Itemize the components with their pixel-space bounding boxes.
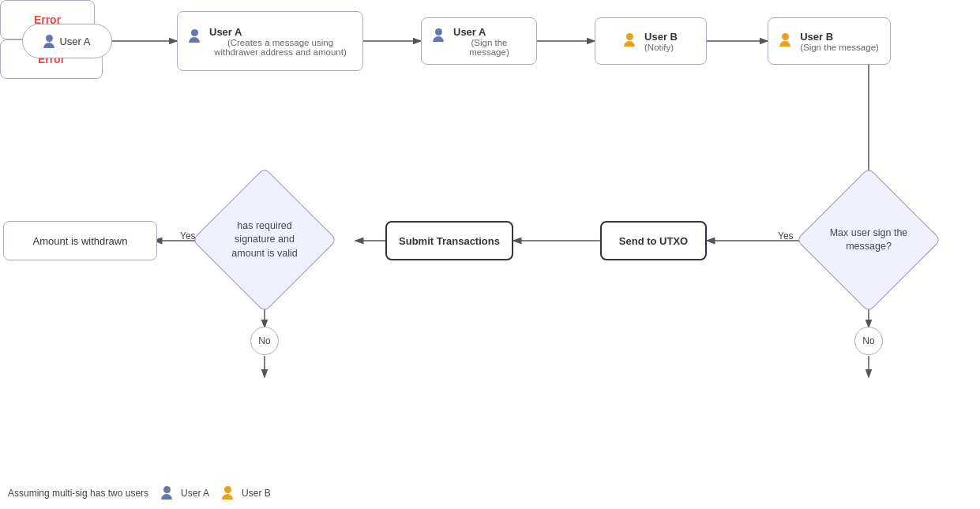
user-b-notify-node: User B (Notify): [595, 17, 707, 65]
user-b-notify-subtitle: (Notify): [644, 43, 674, 52]
footer-user-b-icon: [222, 486, 233, 500]
footer-user-a-label: User A: [181, 488, 209, 499]
user-a-sign-icon: [433, 28, 444, 42]
user-a-creates-node: User A (Creates a message using withdraw…: [177, 11, 363, 71]
send-utxo-label: Send to UTXO: [619, 235, 688, 247]
amount-withdrawn-label: Amount is withdrawn: [33, 235, 128, 247]
user-b-notify-icon: [624, 33, 635, 47]
footer-note: Assuming multi-sig has two users: [8, 488, 148, 499]
user-b-sign-icon: [779, 33, 790, 47]
user-b-sign-subtitle: (Sign the message): [800, 43, 879, 52]
user-b-sign-node: User B (Sign the message): [768, 17, 891, 65]
yes-label-diamond: Yes: [180, 230, 196, 241]
user-a-sign-subtitle: (Sign the message): [453, 38, 525, 57]
user-a-start-label: User A: [59, 36, 90, 47]
footer-user-b: User B: [222, 486, 271, 500]
diamond-max-sign-label: Max user sign the message?: [829, 226, 908, 254]
submit-tx-label: Submit Transactions: [399, 235, 500, 247]
user-b-sign-title: User B: [800, 31, 833, 43]
user-b-notify-title: User B: [644, 31, 678, 43]
footer: Assuming multi-sig has two users User A …: [8, 486, 271, 500]
user-a-start-node: User A: [22, 24, 112, 58]
submit-tx-node: Submit Transactions: [385, 221, 513, 260]
user-a-creates-icon: [189, 29, 200, 43]
yes-label-right: Yes: [778, 230, 794, 241]
amount-withdrawn-node: Amount is withdrawn: [3, 221, 157, 260]
no-circle-right: No: [854, 327, 883, 355]
footer-user-a: User A: [161, 486, 209, 500]
user-a-sign-title: User A: [453, 26, 486, 38]
user-a-creates-title: User A: [209, 26, 242, 38]
user-a-creates-subtitle: (Creates a message using withdrawer addr…: [209, 38, 351, 57]
no-label-right: No: [862, 335, 874, 346]
user-a-icon: [43, 35, 54, 48]
footer-user-b-label: User B: [242, 488, 271, 499]
diamond-valid-node: has required signature and amount is val…: [213, 188, 316, 292]
diamond-valid-label: has required signature and amount is val…: [225, 219, 304, 261]
user-a-sign-node: User A (Sign the message): [421, 17, 537, 65]
send-utxo-node: Send to UTXO: [600, 221, 707, 260]
no-circle-bottom: No: [250, 327, 279, 355]
footer-user-a-icon: [161, 486, 172, 500]
no-label-bottom: No: [258, 335, 270, 346]
diamond-max-sign-node: Max user sign the message?: [817, 188, 920, 292]
